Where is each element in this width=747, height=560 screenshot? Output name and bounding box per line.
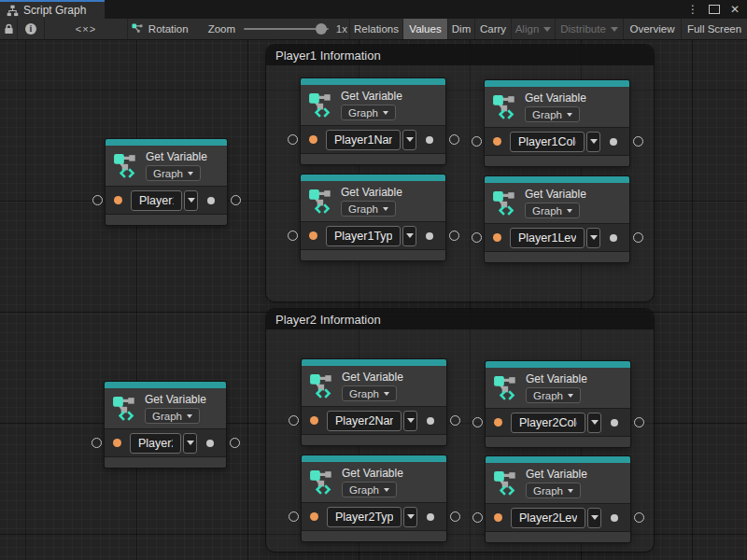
output-port-dot[interactable] xyxy=(610,138,617,146)
variable-dropdown-button[interactable] xyxy=(586,228,600,248)
node-get-variable-player2level[interactable]: Get Variable Graph Player2Level xyxy=(486,456,630,542)
variable-dropdown[interactable]: Player1Name xyxy=(326,130,401,150)
node-get-variable-player1level[interactable]: Get Variable Graph Player1Level xyxy=(485,176,629,262)
output-port-dot[interactable] xyxy=(426,232,433,240)
full-screen-button[interactable]: Full Screen xyxy=(682,19,747,39)
info-button[interactable]: i xyxy=(18,19,45,39)
output-port-dot[interactable] xyxy=(611,514,618,522)
variable-dropdown-button[interactable] xyxy=(403,411,417,431)
node-header[interactable]: Get Variable Graph xyxy=(485,87,629,127)
node-header[interactable]: Get Variable Graph xyxy=(301,85,445,125)
variable-dropdown[interactable]: Player2Name xyxy=(327,411,402,431)
node-get-variable-player2[interactable]: Get Variable Graph Player2 xyxy=(105,382,226,468)
input-port-dot[interactable] xyxy=(309,135,317,144)
variable-dropdown[interactable]: Player1 xyxy=(131,190,182,211)
node-get-variable-player1type[interactable]: Get Variable Graph Player1Type xyxy=(301,175,445,260)
variable-dropdown[interactable]: Player1Color xyxy=(510,132,585,152)
output-port-ring[interactable] xyxy=(450,511,460,522)
graph-kind-dropdown[interactable]: Graph xyxy=(342,482,397,497)
node-header[interactable]: Get Variable Graph xyxy=(486,463,630,503)
input-port-ring[interactable] xyxy=(472,417,483,427)
node-get-variable-player2color[interactable]: Get Variable Graph Player2Color xyxy=(486,361,630,447)
node-header[interactable]: Get Variable Graph xyxy=(302,366,446,406)
variable-dropdown[interactable]: Player2Level xyxy=(511,508,585,528)
node-get-variable-player1color[interactable]: Get Variable Graph Player1Color xyxy=(485,80,629,166)
variable-dropdown-button[interactable] xyxy=(184,190,198,211)
tab-script-graph[interactable]: Script Graph xyxy=(0,0,105,19)
input-port-dot[interactable] xyxy=(113,439,121,447)
relations-button[interactable]: Relations xyxy=(350,19,403,39)
output-port-dot[interactable] xyxy=(207,197,215,204)
maximize-icon[interactable] xyxy=(709,5,720,14)
node-get-variable-player2name[interactable]: Get Variable Graph Player2Name xyxy=(302,359,446,445)
lock-button[interactable] xyxy=(0,19,18,39)
graph-kind-dropdown[interactable]: Graph xyxy=(342,385,397,401)
variable-dropdown[interactable]: Player1Level xyxy=(510,228,585,248)
input-port-ring[interactable] xyxy=(472,136,482,147)
input-port-dot[interactable] xyxy=(309,231,317,240)
output-port-ring[interactable] xyxy=(449,231,459,241)
dim-button[interactable]: Dim xyxy=(448,19,475,39)
input-port-dot[interactable] xyxy=(493,137,501,146)
graph-kind-dropdown[interactable]: Graph xyxy=(526,483,581,498)
menu-kebab-icon[interactable]: ⋮ xyxy=(687,4,698,15)
node-header[interactable]: Get Variable Graph xyxy=(302,462,446,502)
output-port-ring[interactable] xyxy=(634,417,644,427)
graph-kind-dropdown[interactable]: Graph xyxy=(145,408,200,424)
variable-dropdown-button[interactable] xyxy=(402,226,416,246)
output-port-dot[interactable] xyxy=(206,440,214,447)
output-port-dot[interactable] xyxy=(610,234,617,242)
align-button[interactable]: Align xyxy=(512,19,556,39)
input-port-dot[interactable] xyxy=(114,196,122,204)
node-header[interactable]: Get Variable Graph xyxy=(485,183,629,223)
input-port-dot[interactable] xyxy=(493,233,501,242)
output-port-ring[interactable] xyxy=(633,232,643,243)
input-port-ring[interactable] xyxy=(288,134,298,145)
input-port-ring[interactable] xyxy=(92,195,103,205)
node-header[interactable]: Get Variable Graph xyxy=(106,146,227,186)
graph-kind-dropdown[interactable]: Graph xyxy=(526,387,581,403)
node-header[interactable]: Get Variable Graph xyxy=(301,181,445,221)
graph-kind-dropdown[interactable]: Graph xyxy=(341,201,396,217)
graph-kind-dropdown[interactable]: Graph xyxy=(341,105,396,120)
variable-dropdown[interactable]: Player1Type xyxy=(326,226,401,246)
output-port-dot[interactable] xyxy=(426,136,433,144)
carry-button[interactable]: Carry xyxy=(475,19,512,39)
code-view-button[interactable]: <×> xyxy=(45,19,128,39)
output-port-dot[interactable] xyxy=(427,417,434,425)
input-port-dot[interactable] xyxy=(494,513,502,522)
input-port-ring[interactable] xyxy=(472,232,482,243)
distribute-button[interactable]: Distribute xyxy=(556,19,624,39)
variable-dropdown-button[interactable] xyxy=(587,413,601,433)
output-port-ring[interactable] xyxy=(230,438,240,448)
zoom-slider[interactable] xyxy=(244,28,329,30)
variable-dropdown-button[interactable] xyxy=(403,507,417,527)
graph-kind-dropdown[interactable]: Graph xyxy=(525,203,580,218)
variable-dropdown[interactable]: Player2Type xyxy=(327,507,402,527)
node-get-variable-player1name[interactable]: Get Variable Graph Player1Name xyxy=(301,78,445,164)
output-port-dot[interactable] xyxy=(611,419,618,427)
output-port-ring[interactable] xyxy=(449,134,459,145)
group-header[interactable]: Player1 Information xyxy=(266,45,654,65)
values-button[interactable]: Values xyxy=(403,19,448,39)
variable-dropdown[interactable]: Player2Color xyxy=(511,413,585,433)
input-port-dot[interactable] xyxy=(494,418,502,427)
variable-dropdown-button[interactable] xyxy=(183,433,197,454)
variable-dropdown-button[interactable] xyxy=(587,508,601,528)
group-header[interactable]: Player2 Information xyxy=(266,309,654,329)
variable-dropdown-button[interactable] xyxy=(586,132,600,152)
graph-canvas[interactable]: Player1 Information Player2 Information … xyxy=(0,40,747,560)
output-port-ring[interactable] xyxy=(633,136,643,147)
variable-dropdown[interactable]: Player2 xyxy=(130,433,181,454)
node-get-variable-player1[interactable]: Get Variable Graph Player1 xyxy=(106,139,227,225)
node-get-variable-player2type[interactable]: Get Variable Graph Player2Type xyxy=(302,455,446,541)
input-port-ring[interactable] xyxy=(472,512,483,523)
variable-dropdown-button[interactable] xyxy=(402,130,416,150)
input-port-ring[interactable] xyxy=(92,438,102,448)
output-port-dot[interactable] xyxy=(427,513,434,521)
output-port-ring[interactable] xyxy=(634,512,644,523)
close-icon[interactable]: ✕ xyxy=(730,4,740,15)
input-port-dot[interactable] xyxy=(310,512,318,521)
input-port-ring[interactable] xyxy=(288,231,298,241)
input-port-ring[interactable] xyxy=(289,511,299,522)
